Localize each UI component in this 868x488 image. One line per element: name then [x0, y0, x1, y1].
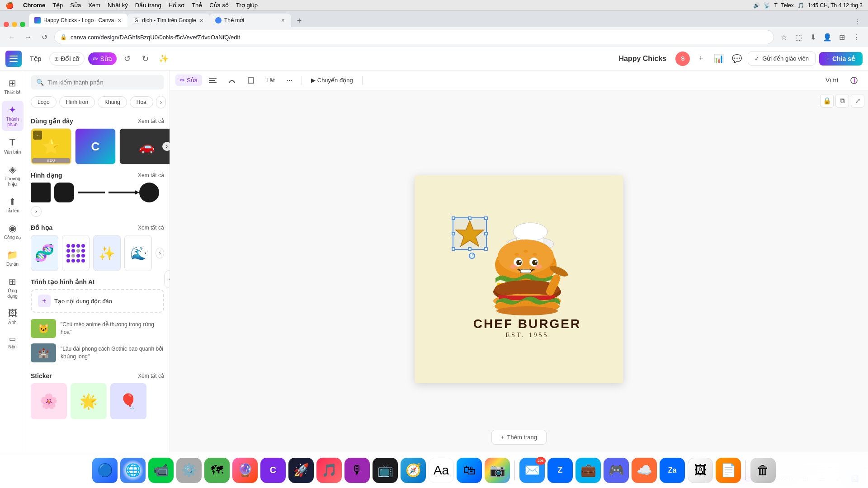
- dock-photos[interactable]: 📷: [485, 458, 510, 483]
- dock-appletv[interactable]: 📺: [373, 458, 398, 483]
- filter-logo[interactable]: Logo: [31, 96, 57, 108]
- redo-btn[interactable]: ↻: [138, 52, 153, 66]
- canvas-more-btn[interactable]: ⋯: [282, 75, 297, 86]
- tab-canva[interactable]: Happy Chicks - Logo · Canva ×: [29, 14, 127, 27]
- shapes-view-all[interactable]: Xem tất cả: [138, 172, 164, 178]
- sticker-1[interactable]: 🌸: [31, 383, 67, 419]
- recent-item-canva[interactable]: C: [75, 128, 116, 164]
- tab-google-close[interactable]: ×: [199, 16, 204, 25]
- lock-canvas-btn[interactable]: 🔒: [820, 94, 834, 108]
- dock-trash[interactable]: 🗑: [750, 458, 776, 483]
- dock-preview[interactable]: 🖼: [688, 458, 713, 483]
- dock-finder[interactable]: 🔵: [92, 458, 118, 483]
- menu-profiles[interactable]: Hồ sơ: [169, 2, 185, 9]
- dock-maps[interactable]: 🗺: [204, 458, 230, 483]
- ai-example-2[interactable]: 🏰 "Lâu đài phong cách Gothic bao quanh b…: [31, 341, 164, 365]
- dock-pages[interactable]: 📄: [716, 458, 741, 483]
- sticker-2[interactable]: 🌟: [71, 383, 107, 419]
- shape-square[interactable]: [31, 183, 51, 202]
- resize-btn[interactable]: ⊞ Đổi cỡ: [49, 52, 85, 66]
- sidebar-item-thuong-hieu[interactable]: ◈ Thương hiệu: [2, 160, 24, 191]
- shapes-more-btn[interactable]: ›: [31, 206, 42, 217]
- dock-mail[interactable]: ✉️ 206: [519, 458, 545, 483]
- menu-tab[interactable]: Thẻ: [192, 2, 202, 9]
- tab-google[interactable]: G dịch - Tìm trên Google ×: [127, 14, 210, 27]
- share-btn[interactable]: ↑ Chia sẻ: [819, 52, 863, 66]
- canvas-flip-btn[interactable]: Lật: [262, 75, 279, 86]
- dock-discord[interactable]: 🎮: [604, 458, 629, 483]
- sidebar-item-anh[interactable]: 🖼 Ảnh: [2, 305, 24, 329]
- url-bar[interactable]: 🔒 canva.com/design/DAGhfsBzqU0/0oNs-f5cV…: [54, 30, 774, 44]
- ai-example-1[interactable]: 🐱 "Chú mèo anime dễ thương trong rừng ho…: [31, 316, 164, 341]
- dock-music[interactable]: 🎵: [316, 458, 342, 483]
- menu-window[interactable]: Cửa số: [209, 2, 229, 9]
- profile-btn[interactable]: 👤: [821, 31, 834, 43]
- add-collaborator-btn[interactable]: +: [693, 52, 708, 66]
- graphics-view-all[interactable]: Xem tất cả: [138, 225, 164, 231]
- menu-edit[interactable]: Sửa: [70, 2, 81, 9]
- download-btn[interactable]: ⬇: [807, 31, 819, 43]
- star-element[interactable]: ↺: [453, 218, 486, 251]
- graphic-last[interactable]: 🌊 ›: [124, 235, 152, 271]
- dock-skype[interactable]: 💼: [576, 458, 601, 483]
- menu-view[interactable]: Xem: [88, 2, 100, 9]
- tab-new[interactable]: Thẻ mới ×: [210, 14, 291, 27]
- dock-spotlight[interactable]: 🔮: [232, 458, 258, 483]
- collapse-panel-btn[interactable]: ‹: [164, 270, 170, 288]
- shape-circle[interactable]: [139, 183, 159, 202]
- extensions-btn[interactable]: ⊞: [835, 31, 848, 43]
- add-page-btn[interactable]: + Ghi chú Thêm trang: [491, 430, 547, 445]
- dock-launchpad[interactable]: 🚀: [288, 458, 314, 483]
- magic-btn[interactable]: ✨: [156, 52, 171, 66]
- tab-search-btn[interactable]: ⬚: [792, 31, 805, 43]
- minimize-btn[interactable]: [12, 22, 17, 27]
- canvas-crop-btn[interactable]: [243, 75, 259, 86]
- filter-hoa[interactable]: Hoa: [130, 96, 153, 108]
- sidebar-item-ung-dung[interactable]: ⊞ Ứng dụng: [2, 272, 24, 303]
- apple-icon[interactable]: 🍎: [5, 1, 14, 9]
- canvas-style-btn[interactable]: [845, 74, 863, 87]
- dock-canva[interactable]: C: [260, 458, 286, 483]
- shape-line[interactable]: [78, 192, 105, 193]
- dock-chrome[interactable]: 🌐: [120, 458, 146, 483]
- refresh-btn[interactable]: ↺: [38, 31, 51, 43]
- canvas-position-btn[interactable]: Vị trí: [821, 75, 843, 86]
- dock-podcasts[interactable]: 🎙: [344, 458, 370, 483]
- filter-khung[interactable]: Khung: [98, 96, 127, 108]
- browser-settings-btn[interactable]: ⋮: [850, 31, 863, 43]
- sidebar-item-nen[interactable]: ▭ Nền: [2, 331, 24, 353]
- dock-facetime[interactable]: 📹: [148, 458, 174, 483]
- canvas-curve-btn[interactable]: [224, 75, 240, 86]
- canvas-edit-btn[interactable]: ✏ Sửa: [175, 75, 202, 86]
- expand-canvas-btn[interactable]: ⤢: [851, 94, 864, 108]
- canvas-align-btn[interactable]: [205, 75, 221, 86]
- analytics-btn[interactable]: 📊: [712, 52, 726, 66]
- comments-btn[interactable]: 💬: [730, 52, 744, 66]
- sidebar-item-thanh-phan[interactable]: ✦ Thành phần: [2, 101, 24, 131]
- shape-rounded[interactable]: [54, 183, 74, 202]
- sidebar-item-tai-len[interactable]: ⬆ Tải lên: [2, 192, 24, 217]
- menu-file[interactable]: Tệp: [52, 2, 63, 9]
- canvas-container[interactable]: 🔒 ⧉ ⤢: [170, 90, 868, 468]
- dock-pcloud[interactable]: ☁️: [632, 458, 657, 483]
- menu-history[interactable]: Nhật ký: [108, 2, 128, 9]
- graphics-more-btn[interactable]: ›: [156, 248, 164, 258]
- menu-bookmarks[interactable]: Dấu trang: [135, 2, 161, 9]
- sidebar-item-thiet-ke[interactable]: ⊞ Thiết kê: [2, 74, 24, 99]
- rotate-handle[interactable]: ↺: [469, 253, 475, 259]
- canvas-motion-btn[interactable]: ▶ Chuyển động: [307, 75, 358, 86]
- sidebar-item-van-ban[interactable]: T Văn bản: [2, 133, 24, 159]
- file-btn[interactable]: Tệp: [25, 52, 46, 65]
- send-teacher-btn[interactable]: ✓ Gửi đến giáo viên: [748, 52, 816, 66]
- recent-item-star[interactable]: ⭐ ⋯ EDU: [31, 128, 71, 164]
- sticker-3[interactable]: 🎈: [110, 383, 146, 419]
- recent-item-car[interactable]: 🚗 ›: [119, 128, 170, 164]
- maximize-btn[interactable]: [20, 22, 25, 27]
- tab-new-close[interactable]: ×: [280, 16, 286, 25]
- sticker-view-all[interactable]: Xem tất cả: [138, 373, 164, 379]
- copy-canvas-btn[interactable]: ⧉: [835, 94, 849, 108]
- canva-menu-btn[interactable]: [5, 51, 22, 67]
- dock-safari[interactable]: 🧭: [401, 458, 426, 483]
- back-btn[interactable]: ←: [5, 31, 18, 43]
- menu-help[interactable]: Trợ giúp: [236, 2, 258, 9]
